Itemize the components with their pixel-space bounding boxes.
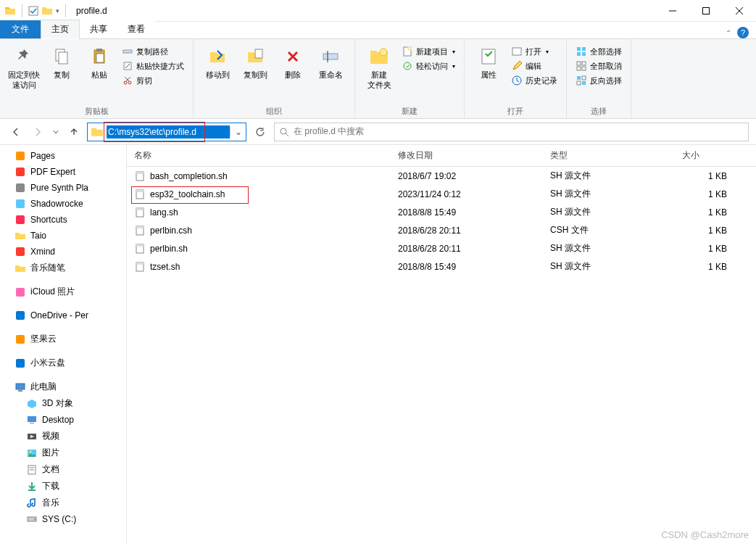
recent-dropdown[interactable]: [51, 123, 61, 141]
sidebar-item[interactable]: OneDrive - Per: [0, 307, 126, 323]
file-row[interactable]: perlbin.sh 2018/6/28 20:11 SH 源文件 1 KB: [127, 239, 756, 257]
pin-button[interactable]: 固定到快 速访问: [6, 42, 42, 90]
properties-button[interactable]: 属性: [470, 42, 507, 80]
invert-icon: [576, 75, 587, 86]
history-icon: [511, 75, 523, 86]
file-icon: [134, 189, 146, 200]
cut-button[interactable]: 剪切: [119, 74, 187, 87]
col-type[interactable]: 类型: [543, 145, 675, 167]
sidebar-item[interactable]: 视频: [0, 428, 126, 444]
ribbon-group-open: 属性 打开▾ 编辑 历史记录 打开: [465, 39, 567, 118]
file-list[interactable]: 名称 修改日期 类型 大小 bash_completion.sh 2018/6/…: [127, 145, 756, 545]
up-button[interactable]: [65, 123, 83, 141]
sidebar-item[interactable]: 文档: [0, 461, 126, 478]
open-button[interactable]: 打开▾: [508, 45, 560, 58]
titlebar: ▾ profile.d: [0, 0, 756, 22]
move-to-button[interactable]: 移动到: [199, 42, 236, 80]
minimize-button[interactable]: [656, 0, 689, 22]
col-size[interactable]: 大小: [675, 145, 756, 167]
tab-file[interactable]: 文件: [0, 20, 41, 38]
paste-shortcut-button[interactable]: 粘贴快捷方式: [119, 59, 187, 73]
svg-rect-66: [136, 208, 144, 210]
svg-point-20: [404, 62, 411, 70]
invert-select-button[interactable]: 反向选择: [573, 74, 625, 87]
sidebar-item[interactable]: Shortcuts: [0, 212, 126, 228]
sidebar-item[interactable]: 3D 对象: [0, 395, 126, 412]
svg-rect-47: [16, 359, 25, 368]
help-icon[interactable]: ?: [737, 27, 749, 38]
sidebar-item[interactable]: Xmind: [0, 244, 126, 260]
svg-point-54: [30, 450, 32, 452]
history-button[interactable]: 历史记录: [508, 74, 560, 87]
rename-button[interactable]: 重命名: [312, 42, 349, 80]
ribbon-collapse-icon[interactable]: ⌃: [726, 29, 731, 37]
qat-folder-icon[interactable]: [41, 5, 53, 17]
copy-button[interactable]: 复制: [43, 42, 80, 80]
sidebar-item[interactable]: 音乐: [0, 495, 126, 511]
sidebar-item[interactable]: Shadowrocke: [0, 196, 126, 212]
easy-access-button[interactable]: 轻松访问▾: [399, 59, 458, 73]
sidebar-item[interactable]: Pages: [0, 148, 126, 164]
forward-button[interactable]: [29, 123, 46, 141]
shortcut-icon: [122, 60, 133, 72]
sidebar-item[interactable]: 图片: [0, 444, 126, 461]
svg-rect-33: [582, 76, 586, 80]
new-folder-button[interactable]: 新建 文件夹: [361, 42, 397, 90]
svg-rect-22: [512, 48, 521, 55]
moveto-icon: [206, 45, 229, 68]
tab-home[interactable]: 主页: [41, 20, 80, 39]
sidebar-item[interactable]: PDF Expert: [0, 164, 126, 180]
ribbon-group-clipboard: 固定到快 速访问 复制 粘贴 复制路径 粘贴快捷方式 剪切 剪贴板: [0, 39, 194, 118]
select-all-button[interactable]: 全部选择: [573, 45, 625, 58]
sidebar-item[interactable]: 音乐随笔: [0, 260, 126, 276]
sidebar-item[interactable]: SYS (C:): [0, 511, 126, 527]
qat-dropdown-icon[interactable]: ▾: [56, 7, 59, 15]
svg-rect-49: [18, 390, 22, 392]
svg-point-60: [34, 518, 36, 520]
sidebar-item[interactable]: 坚果云: [0, 331, 126, 347]
address-input[interactable]: [107, 125, 230, 138]
svg-rect-21: [482, 49, 495, 64]
file-row[interactable]: bash_completion.sh 2018/6/7 19:02 SH 源文件…: [127, 167, 756, 186]
sidebar-this-pc[interactable]: 此电脑: [0, 379, 126, 395]
tab-share[interactable]: 共享: [80, 20, 117, 38]
sidebar[interactable]: PagesPDF ExpertPure Synth PlaShadowrocke…: [0, 145, 127, 545]
col-name[interactable]: 名称: [127, 145, 391, 167]
folder-icon: [14, 262, 26, 274]
delete-button[interactable]: 删除: [275, 42, 311, 80]
new-item-button[interactable]: 新建项目▾: [399, 45, 458, 58]
folder-icon: [4, 5, 16, 17]
sidebar-item[interactable]: 小米云盘: [0, 355, 126, 371]
delete-icon: [281, 45, 304, 68]
file-row[interactable]: perlbin.csh 2018/6/28 20:11 CSH 文件 1 KB: [127, 221, 756, 239]
sidebar-item[interactable]: iCloud 照片: [0, 284, 126, 300]
sidebar-item[interactable]: Desktop: [0, 412, 126, 428]
refresh-button[interactable]: [251, 123, 270, 141]
file-row[interactable]: esp32_toolchain.sh 2023/11/24 0:12 SH 源文…: [127, 185, 756, 203]
close-button[interactable]: [723, 0, 756, 22]
sidebar-item[interactable]: Pure Synth Pla: [0, 180, 126, 196]
copy-to-button[interactable]: 复制到: [237, 42, 273, 80]
svg-rect-41: [16, 199, 25, 208]
svg-rect-32: [577, 76, 581, 80]
file-row[interactable]: lang.sh 2018/8/8 15:49 SH 源文件 1 KB: [127, 203, 756, 221]
paste-button[interactable]: 粘贴: [81, 42, 117, 80]
address-bar[interactable]: ⌄: [87, 123, 246, 141]
rename-icon: [319, 45, 342, 68]
edit-button[interactable]: 编辑: [508, 59, 560, 73]
sidebar-item[interactable]: Taio: [0, 228, 126, 244]
docs-icon: [26, 464, 38, 476]
sidebar-item[interactable]: 下载: [0, 478, 126, 495]
address-dropdown-icon[interactable]: ⌄: [230, 127, 246, 137]
copy-path-button[interactable]: 复制路径: [119, 45, 187, 58]
col-date[interactable]: 修改日期: [391, 145, 543, 167]
search-box[interactable]: 在 profile.d 中搜索: [274, 123, 749, 141]
tab-view[interactable]: 查看: [117, 20, 155, 38]
disk-icon: [26, 513, 38, 525]
select-none-button[interactable]: 全部取消: [573, 59, 625, 73]
maximize-button[interactable]: [689, 0, 723, 22]
file-row[interactable]: tzset.sh 2018/8/8 15:49 SH 源文件 1 KB: [127, 257, 756, 276]
back-button[interactable]: [7, 123, 25, 141]
ribbon-group-new: 新建 文件夹 新建项目▾ 轻松访问▾ 新建: [355, 39, 465, 118]
qat-checkbox-icon[interactable]: [28, 6, 38, 16]
